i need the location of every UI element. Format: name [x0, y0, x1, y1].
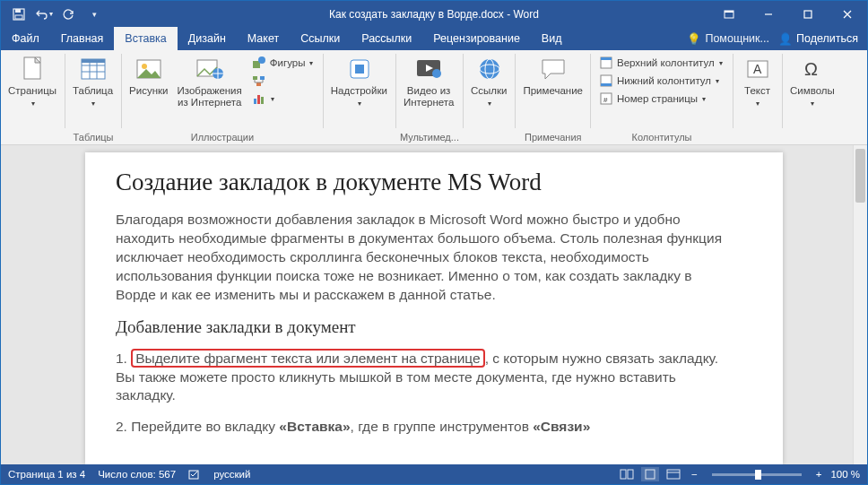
- ribbon-display-icon[interactable]: [709, 1, 749, 27]
- group-headerfooter: Верхний колонтитул▾ Нижний колонтитул▾ #…: [591, 50, 733, 144]
- svg-rect-46: [628, 470, 633, 479]
- tab-review[interactable]: Рецензирование: [422, 27, 531, 50]
- redo-icon[interactable]: [58, 4, 80, 25]
- svg-text:Ω: Ω: [804, 59, 818, 79]
- svg-rect-45: [621, 470, 626, 479]
- tab-mailings[interactable]: Рассылки: [351, 27, 422, 50]
- doc-para1: Благодаря возможности добавления закладо…: [116, 211, 725, 305]
- group-comments: Примечание Примечания: [516, 50, 590, 144]
- video-icon: [414, 55, 443, 83]
- read-mode-icon[interactable]: [618, 467, 636, 481]
- svg-rect-48: [667, 470, 680, 479]
- svg-rect-2: [15, 15, 22, 19]
- svg-rect-38: [601, 83, 612, 86]
- close-icon[interactable]: [828, 1, 867, 27]
- group-media: Видео из Интернета Мультимед...: [396, 50, 463, 144]
- document-area[interactable]: Создание закладок в документе MS Word Бл…: [1, 145, 867, 464]
- window-controls: [709, 1, 867, 27]
- comment-button[interactable]: Примечание: [519, 53, 586, 97]
- online-video-button[interactable]: Видео из Интернета: [400, 53, 457, 108]
- symbols-button[interactable]: Ω Символы▾: [786, 53, 839, 108]
- zoom-level[interactable]: 100 %: [830, 469, 860, 480]
- pages-button[interactable]: Страницы▾: [4, 53, 61, 108]
- shapes-button[interactable]: Фигуры▾: [249, 55, 317, 71]
- vertical-scrollbar[interactable]: [853, 145, 867, 464]
- svg-point-21: [258, 56, 265, 64]
- tab-insert[interactable]: Вставка: [114, 27, 177, 50]
- svg-text:A: A: [753, 62, 762, 76]
- zoom-thumb[interactable]: [755, 470, 761, 480]
- svg-rect-27: [261, 97, 264, 104]
- svg-point-31: [432, 69, 441, 78]
- tab-layout[interactable]: Макет: [237, 27, 290, 50]
- page-number-button[interactable]: #Номер страницы▾: [596, 91, 727, 107]
- statusbar: Страница 1 из 4 Число слов: 567 русский …: [1, 464, 867, 484]
- smartart-icon: [252, 74, 266, 88]
- qat-customize-icon[interactable]: ▾: [83, 4, 105, 25]
- web-layout-icon[interactable]: [664, 467, 682, 481]
- tab-design[interactable]: Дизайн: [178, 27, 237, 50]
- svg-rect-24: [256, 82, 261, 86]
- status-page[interactable]: Страница 1 из 4: [8, 469, 85, 480]
- tab-view[interactable]: Вид: [531, 27, 573, 50]
- links-button[interactable]: Ссылки▾: [467, 53, 512, 108]
- print-layout-icon[interactable]: [641, 467, 659, 481]
- group-links: Ссылки▾: [464, 50, 516, 144]
- group-symbols: Ω Символы▾: [783, 50, 843, 144]
- svg-rect-1: [15, 9, 21, 13]
- svg-rect-25: [254, 99, 256, 104]
- scroll-thumb[interactable]: [855, 149, 865, 203]
- quick-access-toolbar: ▾ ▾: [1, 4, 105, 25]
- smartart-button[interactable]: [249, 73, 317, 89]
- share-icon: 👤: [778, 32, 793, 46]
- titlebar: ▾ ▾ Как создать закладку в Ворде.docx - …: [1, 1, 867, 27]
- tab-file[interactable]: Файл: [1, 27, 50, 50]
- svg-rect-36: [601, 57, 612, 60]
- svg-point-32: [480, 59, 499, 79]
- zoom-out-button[interactable]: −: [688, 469, 701, 480]
- footer-button[interactable]: Нижний колонтитул▾: [596, 73, 727, 89]
- status-proofing-icon[interactable]: [188, 468, 201, 481]
- zoom-in-button[interactable]: +: [812, 469, 826, 480]
- doc-para2: 1. Выделите фрагмент текста или элемент …: [116, 350, 725, 406]
- addins-icon: [345, 55, 374, 83]
- group-illustrations: Рисунки Изображения из Интернета Фигуры▾…: [122, 50, 323, 144]
- window-title: Как создать закладку в Ворде.docx - Word: [329, 8, 539, 21]
- table-button[interactable]: Таблица▾: [69, 53, 117, 108]
- doc-para3: 2. Перейдите во вкладку «Вставка», где в…: [116, 418, 725, 437]
- group-pages: Страницы▾ Таблицы: [1, 50, 65, 144]
- ribbon: Страницы▾ Таблицы Таблица▾ Таблицы Рисун…: [1, 50, 867, 145]
- footer-icon: [599, 74, 613, 88]
- chart-button[interactable]: ▾: [249, 91, 317, 107]
- link-icon: [475, 55, 504, 83]
- share-button[interactable]: 👤 Поделиться: [778, 32, 858, 46]
- document-page[interactable]: Создание закладок в документе MS Word Бл…: [85, 152, 783, 464]
- text-button[interactable]: A Текст▾: [737, 53, 778, 108]
- pictures-button[interactable]: Рисунки: [126, 53, 171, 97]
- svg-rect-26: [257, 95, 260, 104]
- addins-button[interactable]: Надстройки▾: [327, 53, 392, 108]
- zoom-slider[interactable]: [712, 473, 802, 476]
- page-icon: [19, 55, 48, 83]
- header-icon: [599, 56, 613, 70]
- undo-icon[interactable]: ▾: [33, 4, 55, 25]
- doc-heading1: Создание закладок в документе MS Word: [116, 169, 725, 196]
- tab-home[interactable]: Главная: [50, 27, 115, 50]
- tab-references[interactable]: Ссылки: [290, 27, 351, 50]
- online-pictures-button[interactable]: Изображения из Интернета: [174, 53, 246, 108]
- header-button[interactable]: Верхний колонтитул▾: [596, 55, 727, 71]
- status-words[interactable]: Число слов: 567: [98, 469, 176, 480]
- maximize-icon[interactable]: [788, 1, 828, 27]
- status-language[interactable]: русский: [213, 469, 250, 480]
- svg-rect-22: [253, 76, 257, 80]
- minimize-icon[interactable]: [749, 1, 788, 27]
- svg-rect-23: [260, 76, 265, 80]
- online-pictures-icon: [195, 55, 224, 83]
- svg-point-17: [142, 64, 147, 69]
- ribbon-tabs: Файл Главная Вставка Дизайн Макет Ссылки…: [1, 27, 867, 50]
- pictures-icon: [135, 55, 163, 83]
- comment-icon: [539, 55, 568, 83]
- save-icon[interactable]: [8, 4, 30, 25]
- tell-me-search[interactable]: 💡 Помощник...: [687, 32, 769, 46]
- group-addins: Надстройки▾: [324, 50, 395, 144]
